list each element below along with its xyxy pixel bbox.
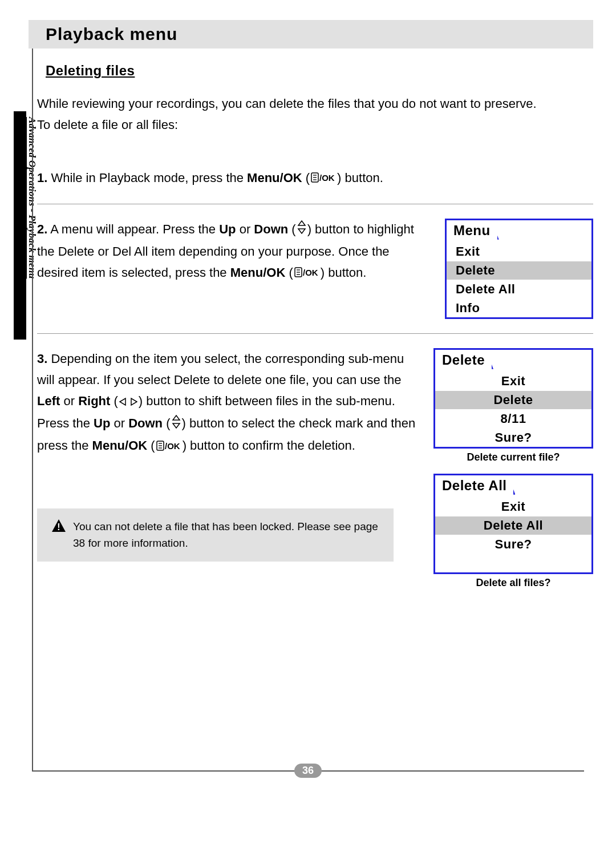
svg-marker-15 — [173, 423, 180, 428]
warning-icon: ! — [51, 519, 66, 538]
page-content: Playback menu Deleting files While revie… — [29, 20, 593, 603]
svg-text:!: ! — [57, 522, 60, 532]
svg-marker-5 — [298, 221, 305, 225]
side-black-tab — [14, 111, 26, 340]
step-3: 3. Depending on the item you select, the… — [37, 334, 593, 603]
step-2-text: 2. A menu will appear. Press the Up or D… — [37, 219, 428, 284]
menu-item: 8/11 — [435, 409, 591, 428]
menu-title: Delete — [435, 350, 493, 369]
menu-box-delete-all: Delete All Exit Delete All Sure? — [433, 474, 593, 574]
page-title: Playback menu — [46, 25, 576, 44]
step-1-num: 1. — [37, 171, 47, 185]
menu-ok-icon: /OK — [294, 263, 319, 284]
menu-item: Delete All — [435, 516, 591, 535]
steps-list: 1. While in Playback mode, press the Men… — [37, 153, 593, 603]
step-1: 1. While in Playback mode, press the Men… — [37, 153, 593, 204]
menu-item: Delete All — [447, 280, 591, 298]
menu-box-delete: Delete Exit Delete 8/11 Sure? — [433, 348, 593, 449]
svg-text:/OK: /OK — [165, 441, 180, 451]
menu-item: Delete — [435, 390, 591, 409]
menu-item: Sure? — [435, 535, 591, 554]
step-2-num: 2. — [37, 222, 47, 236]
intro-text: While reviewing your recordings, you can… — [37, 93, 593, 136]
note-box: ! You can not delete a file that has bee… — [37, 508, 394, 562]
step-3-num: 3. — [37, 352, 47, 366]
intro-p1: While reviewing your recordings, you can… — [37, 93, 593, 114]
menu-title: Menu — [447, 220, 499, 240]
section-title: Deleting files — [46, 63, 593, 79]
menu-diagram-2: Delete Exit Delete 8/11 Sure? Delete cur… — [433, 348, 593, 589]
menu-item: Sure? — [435, 428, 591, 447]
up-down-icon — [297, 219, 306, 240]
menu-item: Info — [447, 298, 591, 317]
svg-marker-14 — [173, 415, 180, 420]
up-down-icon — [172, 414, 181, 435]
menu-caption: Delete current file? — [433, 451, 593, 463]
page-number: 36 — [294, 764, 322, 778]
menu-box-main: Menu Exit Delete Delete All Info — [445, 219, 593, 319]
menu-item: Delete — [447, 261, 591, 280]
left-right-icon — [119, 391, 137, 413]
menu-item: Exit — [435, 497, 591, 516]
svg-marker-12 — [120, 398, 125, 405]
header-bar: Playback menu — [29, 20, 593, 49]
step-3-text: 3. Depending on the item you select, the… — [37, 348, 416, 562]
menu-caption: Delete all files? — [433, 577, 593, 589]
step-1-text: 1. While in Playback mode, press the Men… — [37, 167, 593, 189]
menu-title: Delete All — [435, 475, 515, 495]
menu-diagram-1: Menu Exit Delete Delete All Info — [445, 219, 593, 319]
svg-text:/OK: /OK — [319, 173, 335, 183]
note-text: You can not delete a file that has been … — [73, 519, 379, 551]
svg-text:/OK: /OK — [303, 268, 318, 277]
intro-p2: To delete a file or all files: — [37, 114, 593, 135]
menu-item: Exit — [435, 372, 591, 390]
menu-ok-icon: /OK — [311, 168, 336, 189]
menu-item — [435, 554, 591, 572]
step-2: 2. A menu will appear. Press the Up or D… — [37, 204, 593, 334]
menu-ok-icon: /OK — [156, 436, 181, 457]
svg-marker-6 — [298, 229, 305, 233]
svg-marker-13 — [131, 398, 137, 405]
menu-item: Exit — [447, 242, 591, 261]
